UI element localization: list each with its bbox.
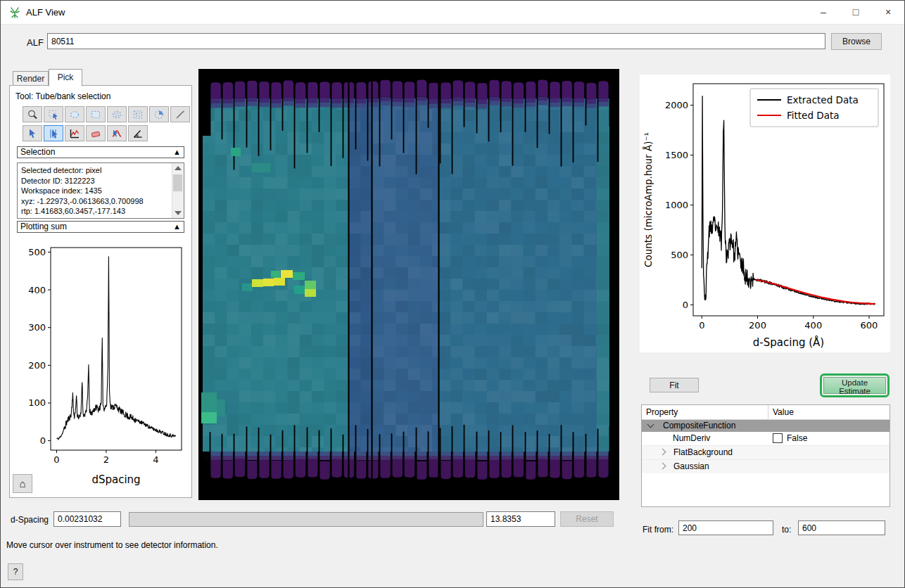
tool-draw-ring-rectangle-button[interactable] bbox=[128, 106, 148, 122]
svg-text:Extracted Data: Extracted Data bbox=[787, 94, 859, 106]
draw-ellipse-icon bbox=[69, 109, 80, 120]
alf-run-label: ALF bbox=[27, 37, 44, 48]
column-header-value: Value bbox=[768, 405, 890, 419]
status-text: Move cursor over instrument to see detec… bbox=[6, 540, 218, 550]
pick-pixel-icon bbox=[27, 128, 38, 139]
run-number-input[interactable] bbox=[47, 33, 825, 49]
function-row-Gaussian[interactable]: Gaussian bbox=[642, 459, 890, 473]
window-title: ALF View bbox=[26, 7, 65, 18]
tool-zoom-button[interactable] bbox=[23, 106, 42, 122]
close-icon[interactable]: × bbox=[872, 1, 904, 24]
help-button[interactable]: ? bbox=[8, 563, 23, 580]
collapse-up-icon[interactable]: ▲ bbox=[173, 147, 181, 158]
dspacing-min-input[interactable] bbox=[53, 511, 121, 527]
tool-measure-angle-button[interactable]: e bbox=[128, 125, 148, 141]
selection-info-line: Selected detector: pixel bbox=[21, 165, 171, 176]
fit-to-input[interactable] bbox=[798, 520, 885, 535]
svg-text:Fitted Data: Fitted Data bbox=[787, 110, 840, 121]
function-row-FlatBackground[interactable]: FlatBackground bbox=[642, 445, 890, 459]
fit-property-table: PropertyValueCompositeFunctionNumDerivFa… bbox=[641, 404, 890, 507]
svg-text:0: 0 bbox=[683, 300, 688, 310]
fit-from-label: Fit from: bbox=[643, 525, 673, 535]
draw-ring-ellipse-icon bbox=[111, 109, 122, 120]
fit-plot: 02004006000500100015002000d-Spacing (Å)C… bbox=[640, 75, 890, 352]
draw-sector-icon bbox=[153, 109, 165, 120]
selection-info-line: Workspace index: 1435 bbox=[21, 186, 171, 196]
add-peak-icon bbox=[111, 128, 122, 139]
tab-pick[interactable]: Pick bbox=[49, 69, 82, 87]
update-estimate-button[interactable]: Update Estimate bbox=[823, 377, 886, 394]
fit-to-label: to: bbox=[782, 525, 791, 535]
pick-toolbar-row2: e bbox=[23, 125, 148, 141]
svg-text:500: 500 bbox=[671, 250, 688, 260]
chevron-down-icon[interactable] bbox=[647, 421, 654, 428]
home-icon[interactable]: ⌂ bbox=[13, 474, 32, 493]
numderiv-checkbox[interactable] bbox=[773, 433, 783, 443]
svg-text:2000: 2000 bbox=[665, 100, 688, 110]
fit-button[interactable]: Fit bbox=[650, 378, 699, 392]
instrument-view[interactable] bbox=[198, 69, 619, 500]
svg-text:1000: 1000 bbox=[665, 200, 688, 210]
chevron-right-icon[interactable] bbox=[659, 449, 666, 456]
svg-text:e: e bbox=[137, 133, 139, 137]
scroll-down-icon[interactable] bbox=[175, 211, 182, 215]
tool-sum-plot-button[interactable] bbox=[65, 125, 84, 141]
minimize-icon[interactable]: – bbox=[807, 1, 840, 24]
tool-edit-shape-button[interactable] bbox=[44, 106, 63, 122]
svg-text:300: 300 bbox=[28, 322, 46, 333]
measure-angle-icon: e bbox=[132, 128, 144, 139]
selection-collapse-header[interactable]: Selection ▲ bbox=[17, 146, 184, 158]
maximize-icon[interactable]: □ bbox=[840, 1, 872, 24]
draw-rectangle-icon bbox=[90, 109, 101, 120]
tool-pick-pixel-button[interactable] bbox=[23, 125, 42, 141]
alf-view-window: ALF View – □ × ALF Browse Render Pick To… bbox=[0, 0, 905, 588]
svg-text:500: 500 bbox=[28, 247, 46, 257]
scroll-up-icon[interactable] bbox=[175, 166, 182, 170]
property-row-NumDeriv[interactable]: NumDerivFalse bbox=[642, 432, 890, 445]
tool-draw-free-button[interactable] bbox=[170, 106, 190, 122]
fit-figure: 02004006000500100015002000d-Spacing (Å)C… bbox=[640, 75, 890, 352]
svg-text:4: 4 bbox=[153, 454, 158, 465]
collapse-up-icon[interactable]: ▲ bbox=[173, 222, 181, 232]
svg-text:2: 2 bbox=[103, 454, 109, 465]
selection-info-line: xyz: -1.22973,-0.0613663,0.700998 bbox=[21, 196, 171, 207]
svg-text:0: 0 bbox=[40, 435, 46, 446]
svg-text:d-Spacing (Å): d-Spacing (Å) bbox=[753, 335, 824, 349]
tool-pick-tube-button[interactable] bbox=[44, 125, 63, 141]
pick-panel: Tool: Tube/bank selection e Selection ▲ … bbox=[9, 85, 192, 498]
update-estimate-wrapper: Update Estimate bbox=[820, 373, 890, 397]
pick-toolbar-row1 bbox=[23, 106, 190, 122]
fit-from-input[interactable] bbox=[678, 520, 773, 535]
tool-label: Tool: Tube/bank selection bbox=[15, 91, 110, 101]
scroll-thumb[interactable] bbox=[173, 174, 182, 191]
svg-text:1500: 1500 bbox=[665, 150, 688, 160]
svg-text:Counts (microAmp.hour Å)⁻¹: Counts (microAmp.hour Å)⁻¹ bbox=[643, 132, 654, 267]
tab-render[interactable]: Render bbox=[13, 71, 49, 86]
tool-draw-sector-button[interactable] bbox=[149, 106, 169, 122]
svg-text:200: 200 bbox=[28, 360, 46, 371]
tool-add-peak-button[interactable] bbox=[107, 125, 127, 141]
svg-text:200: 200 bbox=[749, 320, 766, 331]
erase-icon bbox=[90, 128, 101, 139]
tool-draw-rectangle-button[interactable] bbox=[86, 106, 106, 122]
selection-info-box: Selected detector: pixelDetector ID: 312… bbox=[17, 162, 184, 219]
tool-erase-button[interactable] bbox=[86, 125, 106, 141]
function-row-CompositeFunction[interactable]: CompositeFunction bbox=[642, 420, 890, 432]
svg-text:400: 400 bbox=[804, 320, 822, 331]
plotting-collapse-header[interactable]: Plotting sum ▲ bbox=[17, 221, 184, 233]
chevron-right-icon[interactable] bbox=[659, 463, 666, 470]
dspacing-range-slider[interactable] bbox=[129, 512, 483, 527]
selection-scrollbar[interactable] bbox=[172, 163, 184, 218]
tool-draw-ring-ellipse-button[interactable] bbox=[107, 106, 127, 122]
draw-ring-rectangle-icon bbox=[132, 109, 144, 120]
mini-dspacing-plot: 0240100200300400500dSpacing bbox=[10, 238, 189, 490]
zoom-icon bbox=[27, 109, 38, 120]
browse-button[interactable]: Browse bbox=[831, 33, 882, 50]
svg-text:0: 0 bbox=[699, 320, 704, 331]
titlebar: ALF View – □ × bbox=[1, 1, 904, 25]
edit-shape-icon bbox=[48, 109, 59, 120]
svg-text:100: 100 bbox=[28, 397, 46, 408]
tool-draw-ellipse-button[interactable] bbox=[65, 106, 84, 122]
reset-button[interactable]: Reset bbox=[560, 511, 614, 527]
dspacing-max-input[interactable] bbox=[486, 511, 555, 527]
